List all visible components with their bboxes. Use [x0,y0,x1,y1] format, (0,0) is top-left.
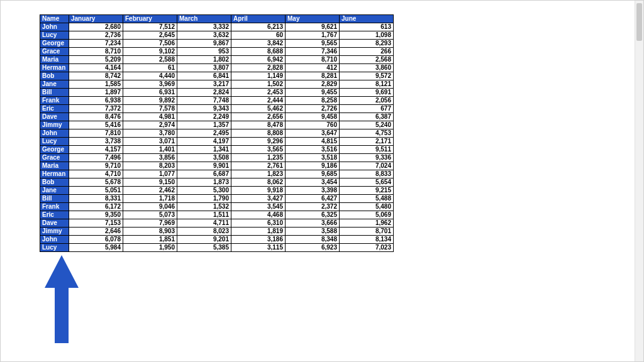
row-name-cell: Eric [40,211,69,219]
table-row: Lucy3,7383,0714,1979,2964,8152,171 [40,138,394,146]
row-name-cell: Dave [40,219,69,228]
col-header-april: April [231,15,286,23]
table-row: Grace8,7109,1029538,6887,346266 [40,48,394,56]
data-cell: 613 [340,23,394,31]
col-header-february: February [123,15,177,23]
data-table: NameJanuaryFebruaryMarchAprilMayJune Joh… [40,14,394,252]
vertical-scrollbar[interactable] [635,1,643,361]
data-cell: 1,401 [123,146,177,154]
row-name-cell: Eric [40,105,69,113]
data-cell: 2,568 [340,56,394,64]
table-row: Eric9,3505,0731,5114,4686,3255,069 [40,211,394,219]
data-cell: 5,051 [69,187,123,195]
table-row: George7,2347,5069,8673,8429,5658,293 [40,40,394,48]
data-cell: 1,341 [177,146,231,154]
data-cell: 677 [340,105,394,113]
row-name-cell: Frank [40,203,69,211]
row-name-cell: Lucy [40,138,69,146]
data-cell: 1,235 [231,154,286,162]
data-cell: 9,350 [69,211,123,219]
table-row: John6,0781,8519,2013,1868,3488,134 [40,236,394,244]
data-cell: 6,325 [286,211,340,219]
data-cell: 8,281 [286,72,340,80]
data-cell: 7,506 [123,40,177,48]
data-cell: 6,687 [177,170,231,178]
data-cell: 2,645 [123,31,177,40]
data-cell: 9,511 [340,146,394,154]
data-cell: 266 [340,48,394,56]
data-cell: 1,718 [123,195,177,203]
data-cell: 6,427 [286,195,340,203]
data-cell: 3,632 [177,31,231,40]
data-cell: 9,685 [286,170,340,178]
data-cell: 8,062 [231,178,286,187]
data-cell: 3,508 [177,154,231,162]
data-cell: 9,201 [177,236,231,244]
col-header-may: May [286,15,340,23]
data-cell: 9,572 [340,72,394,80]
data-cell: 8,701 [340,228,394,236]
data-cell: 3,842 [231,40,286,48]
data-cell: 8,258 [286,97,340,105]
row-name-cell: Maria [40,56,69,64]
data-cell: 8,808 [231,129,286,138]
scrollbar-thumb[interactable] [636,3,642,41]
data-cell: 6,938 [69,97,123,105]
data-cell: 1,511 [177,211,231,219]
data-cell: 3,217 [177,80,231,89]
data-cell: 3,516 [286,146,340,154]
data-cell: 7,346 [286,48,340,56]
data-cell: 4,815 [286,138,340,146]
row-name-cell: Jane [40,187,69,195]
data-cell: 2,056 [340,97,394,105]
data-cell: 1,767 [286,31,340,40]
data-cell: 3,588 [286,228,340,236]
data-cell: 6,942 [231,56,286,64]
data-cell: 8,742 [69,72,123,80]
data-cell: 1,585 [69,80,123,89]
data-cell: 2,646 [69,228,123,236]
data-cell: 953 [177,48,231,56]
data-cell: 5,240 [340,121,394,129]
data-cell: 4,197 [177,138,231,146]
table-row: Herman4,164613,8072,8284123,860 [40,64,394,72]
data-cell: 1,077 [123,170,177,178]
data-cell: 8,688 [231,48,286,56]
data-cell: 9,892 [123,97,177,105]
table-row: Herman4,7101,0776,6871,8239,6858,833 [40,170,394,178]
data-cell: 9,621 [286,23,340,31]
data-cell: 7,748 [177,97,231,105]
data-cell: 8,478 [231,121,286,129]
row-name-cell: George [40,40,69,48]
row-name-cell: Dave [40,113,69,121]
data-cell: 3,332 [177,23,231,31]
data-cell: 6,841 [177,72,231,80]
row-name-cell: John [40,129,69,138]
data-cell: 2,372 [286,203,340,211]
data-cell: 7,024 [340,162,394,170]
data-cell: 6,923 [286,244,340,252]
svg-marker-0 [45,255,79,343]
table-row: Grace7,4963,8563,5081,2353,5189,336 [40,154,394,162]
data-cell: 3,738 [69,138,123,146]
data-cell: 7,153 [69,219,123,228]
data-cell: 8,348 [286,236,340,244]
data-cell: 8,903 [123,228,177,236]
table-row: Maria5,2092,5881,8026,9428,7102,568 [40,56,394,64]
data-cell: 1,790 [177,195,231,203]
data-cell: 6,172 [69,203,123,211]
data-cell: 4,164 [69,64,123,72]
data-cell: 9,455 [286,89,340,97]
spreadsheet-area: NameJanuaryFebruaryMarchAprilMayJune Joh… [1,1,643,252]
data-cell: 1,532 [177,203,231,211]
data-cell: 3,780 [123,129,177,138]
table-row: Frank6,1729,0461,5323,5452,3725,480 [40,203,394,211]
data-cell: 4,157 [69,146,123,154]
data-cell: 2,249 [177,113,231,121]
table-row: Eric7,3727,5789,3435,4622,726677 [40,105,394,113]
data-cell: 3,518 [286,154,340,162]
data-cell: 6,078 [69,236,123,244]
data-cell: 5,480 [340,203,394,211]
data-cell: 3,186 [231,236,286,244]
data-cell: 8,331 [69,195,123,203]
